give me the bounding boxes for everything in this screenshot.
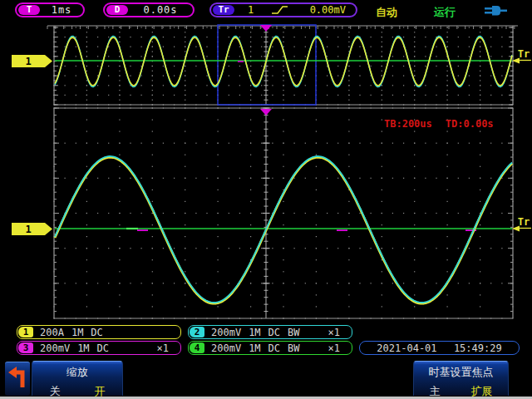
channel3-info[interactable]: 3 200mV1MDC ×1 — [17, 341, 181, 355]
zoom-timebase-info: TB:200us TD:0.00s — [384, 118, 494, 130]
back-button[interactable] — [5, 362, 30, 396]
zoom-tb-text: TB:200us — [384, 118, 432, 130]
time-value: 15:49:29 — [454, 342, 502, 354]
channel1-coupling: DC — [91, 327, 102, 338]
channel2-info[interactable]: 2 200mV1MDCBW ×1 — [188, 325, 352, 339]
channel4-info[interactable]: 4 200mV1MDCBW ×1 — [188, 341, 352, 355]
channel2-impedance: 1M — [249, 327, 260, 338]
timebase-focus-menu-button[interactable]: 时基设置焦点 主 扩展 — [413, 361, 509, 396]
channel1-scale: 200A — [40, 327, 64, 338]
channel3-scale: 200mV — [40, 342, 70, 354]
channel2-bw: BW — [288, 327, 299, 338]
waveform-traces — [55, 37, 512, 304]
trigger-level-marker-main[interactable]: Tr — [512, 216, 531, 232]
channel4-scale: 200mV — [211, 342, 241, 354]
svg-text:1: 1 — [25, 56, 31, 67]
channel2-coupling: DC — [268, 327, 280, 338]
zoom-menu-button[interactable]: 缩放 关 开 — [32, 361, 123, 396]
channel3-probe: ×1 — [157, 342, 169, 354]
trigger-level-marker-overview[interactable]: Tr — [512, 48, 531, 64]
channel4-impedance: 1M — [249, 342, 260, 354]
channel2-badge: 2 — [190, 327, 204, 337]
zoom-menu-title: 缩放 — [32, 365, 122, 380]
channel4-coupling: DC — [268, 342, 280, 354]
channel1-marker-overview[interactable]: 1 — [12, 55, 52, 67]
soft-menu-bar: 缩放 关 开 时基设置焦点 主 扩展 — [0, 359, 532, 397]
return-arrow-icon — [5, 362, 28, 394]
channel3-impedance: 1M — [77, 342, 89, 354]
channel4-badge: 4 — [190, 342, 204, 353]
channel4-probe: ×1 — [328, 342, 340, 354]
trigger-position-marker-main[interactable] — [260, 109, 272, 116]
channel1-impedance: 1M — [71, 327, 83, 338]
channel1-info[interactable]: 1 200A1MDC — [17, 325, 181, 339]
channel1-marker-main[interactable]: 1 — [12, 223, 52, 235]
channel1-badge: 1 — [18, 327, 33, 337]
channel4-bw: BW — [288, 342, 299, 354]
date-value: 2021-04-01 — [377, 342, 436, 354]
channel3-coupling: DC — [97, 342, 109, 354]
channel2-scale: 200mV — [211, 327, 241, 338]
graticule — [47, 26, 518, 319]
oscilloscope-screen: T 1ms D 0.00s Tr 1 0.00mV 自动 运行 1 1 — [0, 0, 532, 399]
trigger-position-marker-overview[interactable] — [260, 25, 272, 32]
datetime-box: 2021-04-01 15:49:29 — [359, 341, 520, 355]
svg-text:1: 1 — [25, 224, 31, 235]
channel2-probe: ×1 — [328, 327, 340, 338]
waveform-display: 1 1 Tr Tr — [0, 0, 532, 399]
channel3-badge: 3 — [18, 342, 33, 353]
zoom-td-text: TD:0.00s — [446, 118, 494, 130]
timebase-focus-title: 时基设置焦点 — [414, 365, 508, 380]
